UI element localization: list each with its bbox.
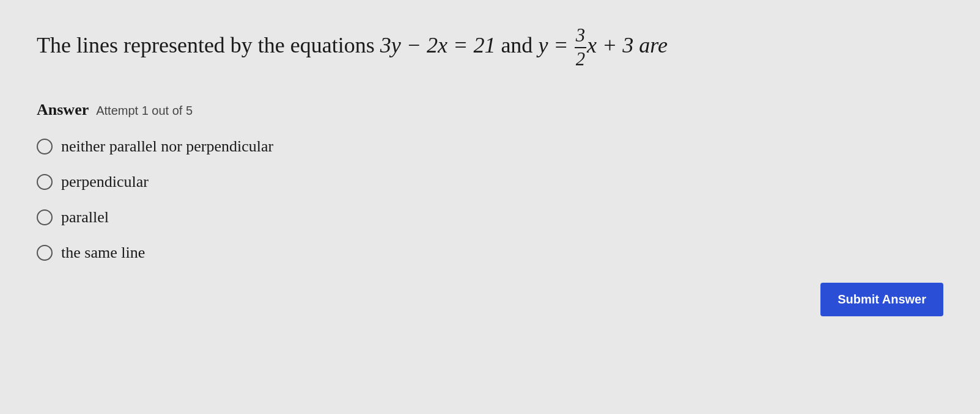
radio-same-line[interactable]	[37, 245, 53, 261]
answer-section: Answer Attempt 1 out of 5 neither parall…	[37, 101, 943, 262]
fraction-numerator: 3	[575, 24, 586, 48]
equation1: 3y − 2x = 21	[380, 33, 496, 57]
fraction-denominator: 2	[575, 48, 586, 71]
attempt-text: Attempt 1 out of 5	[96, 104, 193, 118]
list-item[interactable]: parallel	[37, 208, 943, 227]
submit-button[interactable]: Submit Answer	[820, 283, 943, 316]
radio-neither[interactable]	[37, 139, 53, 154]
list-item[interactable]: neither parallel nor perpendicular	[37, 137, 943, 156]
option-label-neither[interactable]: neither parallel nor perpendicular	[61, 137, 273, 156]
options-list: neither parallel nor perpendicular perpe…	[37, 137, 943, 262]
option-label-perpendicular[interactable]: perpendicular	[61, 173, 149, 191]
list-item[interactable]: perpendicular	[37, 173, 943, 191]
radio-parallel[interactable]	[37, 209, 53, 225]
question-conjunction: and	[495, 33, 538, 57]
answer-label: Answer	[37, 101, 89, 119]
list-item[interactable]: the same line	[37, 244, 943, 262]
question-text: The lines represented by the equations 3…	[37, 24, 943, 70]
question-prefix: The lines represented by the equations	[37, 33, 380, 57]
equation2: y = 32x + 3 are	[538, 33, 668, 57]
option-label-same-line[interactable]: the same line	[61, 244, 145, 262]
radio-perpendicular[interactable]	[37, 174, 53, 190]
fraction: 32	[575, 24, 586, 70]
option-label-parallel[interactable]: parallel	[61, 208, 109, 227]
answer-header: Answer Attempt 1 out of 5	[37, 101, 943, 119]
page-container: The lines represented by the equations 3…	[0, 0, 980, 414]
